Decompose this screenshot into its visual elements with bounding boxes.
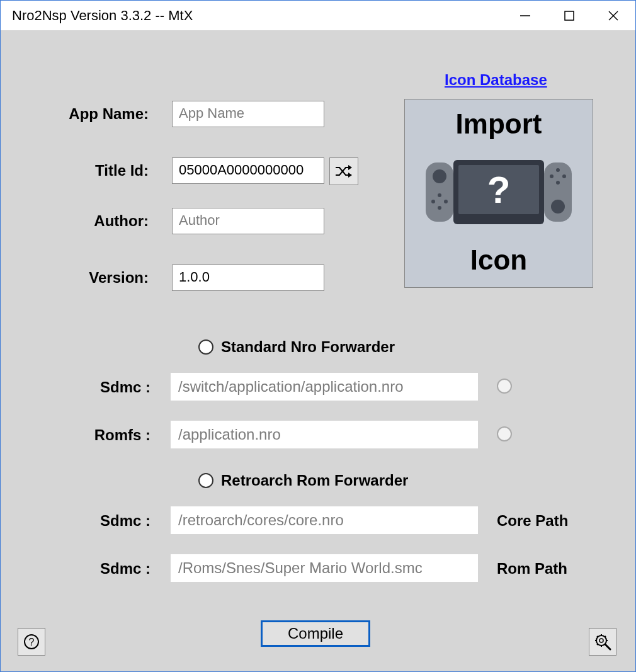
- sdmc-label-1: Sdmc :: [75, 379, 150, 396]
- rom-path-input[interactable]: /Roms/Snes/Super Mario World.smc: [171, 554, 478, 582]
- maximize-icon: [564, 10, 575, 21]
- import-icon-box[interactable]: Import ? Icon: [404, 99, 593, 288]
- switch-console-icon: ?: [421, 157, 577, 227]
- minimize-icon: [520, 10, 531, 21]
- sdmc-path-input[interactable]: /switch/application/application.nro: [171, 373, 478, 401]
- title-id-input[interactable]: 05000A0000000000: [172, 157, 324, 184]
- sdmc-label-3: Sdmc :: [75, 560, 150, 578]
- svg-point-6: [433, 169, 446, 183]
- maximize-button[interactable]: [547, 1, 591, 30]
- svg-line-31: [605, 644, 610, 649]
- svg-line-30: [605, 636, 606, 637]
- radio-icon: [198, 339, 213, 355]
- shuffle-icon: [334, 162, 353, 180]
- romfs-path-input[interactable]: /application.nro: [171, 421, 478, 448]
- title-id-label: Title Id:: [38, 162, 149, 179]
- svg-text:?: ?: [487, 169, 511, 211]
- svg-point-13: [562, 174, 566, 178]
- svg-point-22: [599, 639, 603, 642]
- standard-forwarder-option[interactable]: Standard Nro Forwarder: [198, 338, 395, 356]
- svg-rect-1: [565, 11, 574, 20]
- version-label: Version:: [38, 269, 149, 287]
- core-path-label: Core Path: [497, 512, 568, 530]
- svg-point-7: [551, 200, 565, 214]
- settings-button[interactable]: [589, 628, 616, 656]
- app-name-label: App Name:: [38, 105, 149, 123]
- icon-database-link[interactable]: Icon Database: [445, 71, 547, 89]
- close-icon: [607, 9, 620, 22]
- core-path-input[interactable]: /retroarch/cores/core.nro: [171, 506, 478, 534]
- romfs-label: Romfs :: [75, 426, 150, 444]
- svg-line-29: [597, 644, 598, 646]
- svg-point-15: [556, 181, 560, 185]
- minimize-button[interactable]: [503, 1, 547, 30]
- sdmc-label-2: Sdmc :: [75, 512, 150, 530]
- svg-text:?: ?: [29, 637, 35, 647]
- rom-path-label: Rom Path: [497, 560, 567, 578]
- svg-point-10: [438, 193, 441, 197]
- app-name-input[interactable]: App Name: [172, 101, 324, 127]
- titlebar: Nro2Nsp Version 3.3.2 -- MtX: [1, 1, 635, 31]
- svg-point-9: [444, 200, 448, 203]
- help-button[interactable]: ?: [18, 628, 45, 656]
- window-controls: [503, 1, 635, 30]
- import-icon-line2: Icon: [470, 244, 527, 276]
- author-input[interactable]: Author: [172, 208, 324, 234]
- svg-line-27: [597, 636, 598, 637]
- svg-point-8: [431, 200, 435, 203]
- app-window: Nro2Nsp Version 3.3.2 -- MtX App Name: T…: [0, 0, 636, 672]
- standard-forwarder-label: Standard Nro Forwarder: [221, 338, 395, 356]
- author-label: Author:: [38, 212, 149, 230]
- randomize-title-id-button[interactable]: [329, 157, 358, 185]
- retroarch-forwarder-label: Retroarch Rom Forwarder: [221, 472, 408, 489]
- svg-point-11: [438, 206, 441, 210]
- compile-button[interactable]: Compile: [261, 620, 370, 647]
- gear-search-icon: [593, 632, 612, 651]
- import-icon-line1: Import: [456, 108, 542, 140]
- sdmc-radio[interactable]: [497, 379, 512, 394]
- version-input[interactable]: 1.0.0: [172, 265, 324, 291]
- svg-point-12: [550, 174, 554, 178]
- help-icon: ?: [23, 633, 40, 651]
- window-title: Nro2Nsp Version 3.3.2 -- MtX: [12, 8, 503, 24]
- radio-icon: [198, 473, 213, 488]
- svg-point-14: [556, 168, 560, 172]
- romfs-radio[interactable]: [497, 426, 512, 441]
- close-button[interactable]: [591, 1, 635, 30]
- client-area: App Name: Title Id: Author: Version: App…: [1, 31, 635, 671]
- retroarch-forwarder-option[interactable]: Retroarch Rom Forwarder: [198, 472, 408, 489]
